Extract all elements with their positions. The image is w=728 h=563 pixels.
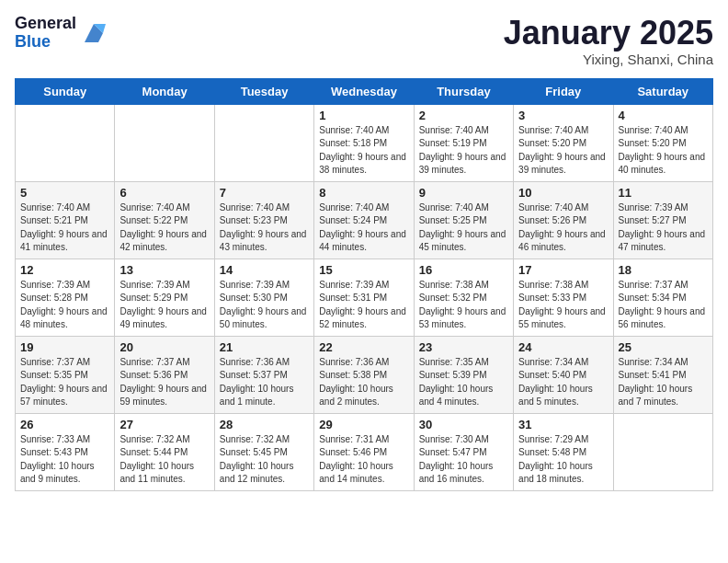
day-number: 19 — [20, 340, 109, 354]
day-info: Sunrise: 7:40 AM Sunset: 5:24 PM Dayligh… — [319, 201, 408, 255]
calendar-day-cell: 25Sunrise: 7:34 AM Sunset: 5:41 PM Dayli… — [613, 336, 712, 413]
day-info: Sunrise: 7:39 AM Sunset: 5:30 PM Dayligh… — [220, 279, 309, 332]
page-header: General Blue January 2025 Yixing, Shanxi… — [15, 15, 713, 67]
day-info: Sunrise: 7:39 AM Sunset: 5:31 PM Dayligh… — [319, 279, 408, 332]
day-of-week-header: Tuesday — [214, 78, 313, 104]
calendar-day-cell: 12Sunrise: 7:39 AM Sunset: 5:28 PM Dayli… — [16, 259, 115, 336]
logo-icon — [80, 19, 108, 47]
day-info: Sunrise: 7:34 AM Sunset: 5:41 PM Dayligh… — [619, 356, 708, 409]
day-info: Sunrise: 7:37 AM Sunset: 5:35 PM Dayligh… — [20, 356, 109, 409]
day-info: Sunrise: 7:40 AM Sunset: 5:21 PM Dayligh… — [20, 201, 109, 255]
day-number: 20 — [119, 340, 209, 354]
calendar-week-row: 26Sunrise: 7:33 AM Sunset: 5:43 PM Dayli… — [16, 413, 713, 490]
calendar-day-cell: 22Sunrise: 7:36 AM Sunset: 5:38 PM Dayli… — [314, 336, 414, 413]
calendar-day-cell: 31Sunrise: 7:29 AM Sunset: 5:48 PM Dayli… — [514, 413, 613, 490]
day-info: Sunrise: 7:40 AM Sunset: 5:20 PM Dayligh… — [518, 124, 608, 178]
day-number: 31 — [518, 418, 608, 431]
day-info: Sunrise: 7:30 AM Sunset: 5:47 PM Dayligh… — [419, 433, 508, 487]
calendar-day-cell: 8Sunrise: 7:40 AM Sunset: 5:24 PM Daylig… — [314, 181, 414, 259]
location: Yixing, Shanxi, China — [504, 52, 713, 67]
calendar-day-cell: 2Sunrise: 7:40 AM Sunset: 5:19 PM Daylig… — [414, 104, 513, 181]
day-info: Sunrise: 7:32 AM Sunset: 5:44 PM Dayligh… — [119, 433, 209, 487]
calendar-day-cell: 4Sunrise: 7:40 AM Sunset: 5:20 PM Daylig… — [613, 104, 712, 181]
day-info: Sunrise: 7:35 AM Sunset: 5:39 PM Dayligh… — [419, 356, 508, 409]
title-block: January 2025 Yixing, Shanxi, China — [504, 15, 713, 67]
day-info: Sunrise: 7:29 AM Sunset: 5:48 PM Dayligh… — [518, 433, 608, 487]
calendar-day-cell: 9Sunrise: 7:40 AM Sunset: 5:25 PM Daylig… — [414, 181, 513, 259]
day-info: Sunrise: 7:34 AM Sunset: 5:40 PM Dayligh… — [518, 356, 608, 409]
day-number: 24 — [518, 340, 608, 354]
day-info: Sunrise: 7:37 AM Sunset: 5:36 PM Dayligh… — [119, 356, 209, 409]
calendar-day-cell: 17Sunrise: 7:38 AM Sunset: 5:33 PM Dayli… — [514, 259, 613, 336]
day-info: Sunrise: 7:31 AM Sunset: 5:46 PM Dayligh… — [319, 433, 408, 487]
day-number: 22 — [319, 340, 408, 354]
calendar-day-cell: 18Sunrise: 7:37 AM Sunset: 5:34 PM Dayli… — [613, 259, 712, 336]
day-number: 18 — [619, 263, 708, 277]
day-number: 21 — [220, 340, 309, 354]
day-info: Sunrise: 7:40 AM Sunset: 5:19 PM Dayligh… — [419, 124, 508, 178]
day-number: 27 — [119, 418, 209, 431]
day-number: 11 — [619, 186, 708, 200]
calendar-table: SundayMondayTuesdayWednesdayThursdayFrid… — [15, 78, 713, 491]
calendar-day-cell — [115, 104, 214, 181]
day-info: Sunrise: 7:40 AM Sunset: 5:23 PM Dayligh… — [220, 201, 309, 255]
calendar-day-cell: 1Sunrise: 7:40 AM Sunset: 5:18 PM Daylig… — [314, 104, 414, 181]
calendar-day-cell: 27Sunrise: 7:32 AM Sunset: 5:44 PM Dayli… — [115, 413, 214, 490]
calendar-day-cell — [16, 104, 115, 181]
day-info: Sunrise: 7:36 AM Sunset: 5:38 PM Dayligh… — [319, 356, 408, 409]
day-info: Sunrise: 7:39 AM Sunset: 5:29 PM Dayligh… — [119, 279, 209, 332]
calendar-day-cell: 6Sunrise: 7:40 AM Sunset: 5:22 PM Daylig… — [115, 181, 214, 259]
day-number: 8 — [319, 186, 408, 200]
day-number: 29 — [319, 418, 408, 431]
day-number: 10 — [518, 186, 608, 200]
day-number: 15 — [319, 263, 408, 277]
day-number: 26 — [20, 418, 109, 431]
day-number: 13 — [119, 263, 209, 277]
calendar-day-cell: 21Sunrise: 7:36 AM Sunset: 5:37 PM Dayli… — [214, 336, 313, 413]
day-number: 5 — [20, 186, 109, 200]
day-number: 9 — [419, 186, 508, 200]
calendar-day-cell: 30Sunrise: 7:30 AM Sunset: 5:47 PM Dayli… — [414, 413, 513, 490]
day-info: Sunrise: 7:37 AM Sunset: 5:34 PM Dayligh… — [619, 279, 708, 332]
calendar-week-row: 19Sunrise: 7:37 AM Sunset: 5:35 PM Dayli… — [16, 336, 713, 413]
day-number: 3 — [518, 109, 608, 122]
day-number: 30 — [419, 418, 508, 431]
calendar-header-row: SundayMondayTuesdayWednesdayThursdayFrid… — [16, 78, 713, 104]
calendar-day-cell: 28Sunrise: 7:32 AM Sunset: 5:45 PM Dayli… — [214, 413, 313, 490]
calendar-day-cell: 24Sunrise: 7:34 AM Sunset: 5:40 PM Dayli… — [514, 336, 613, 413]
day-info: Sunrise: 7:40 AM Sunset: 5:22 PM Dayligh… — [119, 201, 209, 255]
day-number: 1 — [319, 109, 408, 122]
calendar-day-cell: 13Sunrise: 7:39 AM Sunset: 5:29 PM Dayli… — [115, 259, 214, 336]
day-number: 23 — [419, 340, 508, 354]
calendar-week-row: 5Sunrise: 7:40 AM Sunset: 5:21 PM Daylig… — [16, 181, 713, 259]
day-info: Sunrise: 7:39 AM Sunset: 5:27 PM Dayligh… — [619, 201, 708, 255]
day-number: 17 — [518, 263, 608, 277]
day-info: Sunrise: 7:40 AM Sunset: 5:18 PM Dayligh… — [319, 124, 408, 178]
day-info: Sunrise: 7:40 AM Sunset: 5:20 PM Dayligh… — [619, 124, 708, 178]
day-info: Sunrise: 7:38 AM Sunset: 5:33 PM Dayligh… — [518, 279, 608, 332]
day-info: Sunrise: 7:40 AM Sunset: 5:25 PM Dayligh… — [419, 201, 508, 255]
day-number: 12 — [20, 263, 109, 277]
calendar-day-cell: 26Sunrise: 7:33 AM Sunset: 5:43 PM Dayli… — [16, 413, 115, 490]
calendar-day-cell: 3Sunrise: 7:40 AM Sunset: 5:20 PM Daylig… — [514, 104, 613, 181]
day-info: Sunrise: 7:32 AM Sunset: 5:45 PM Dayligh… — [220, 433, 309, 487]
calendar-day-cell: 7Sunrise: 7:40 AM Sunset: 5:23 PM Daylig… — [214, 181, 313, 259]
calendar-day-cell — [214, 104, 313, 181]
calendar-day-cell: 11Sunrise: 7:39 AM Sunset: 5:27 PM Dayli… — [613, 181, 712, 259]
day-of-week-header: Wednesday — [314, 78, 414, 104]
day-number: 2 — [419, 109, 508, 122]
calendar-week-row: 12Sunrise: 7:39 AM Sunset: 5:28 PM Dayli… — [16, 259, 713, 336]
calendar-day-cell: 16Sunrise: 7:38 AM Sunset: 5:32 PM Dayli… — [414, 259, 513, 336]
day-of-week-header: Friday — [514, 78, 613, 104]
calendar-day-cell: 29Sunrise: 7:31 AM Sunset: 5:46 PM Dayli… — [314, 413, 414, 490]
day-of-week-header: Saturday — [613, 78, 712, 104]
day-info: Sunrise: 7:39 AM Sunset: 5:28 PM Dayligh… — [20, 279, 109, 332]
calendar-week-row: 1Sunrise: 7:40 AM Sunset: 5:18 PM Daylig… — [16, 104, 713, 181]
logo: General Blue — [15, 15, 108, 52]
day-info: Sunrise: 7:40 AM Sunset: 5:26 PM Dayligh… — [518, 201, 608, 255]
day-info: Sunrise: 7:38 AM Sunset: 5:32 PM Dayligh… — [419, 279, 508, 332]
logo-general: General — [15, 14, 76, 32]
day-info: Sunrise: 7:33 AM Sunset: 5:43 PM Dayligh… — [20, 433, 109, 487]
logo-blue: Blue — [15, 32, 51, 51]
day-of-week-header: Thursday — [414, 78, 513, 104]
